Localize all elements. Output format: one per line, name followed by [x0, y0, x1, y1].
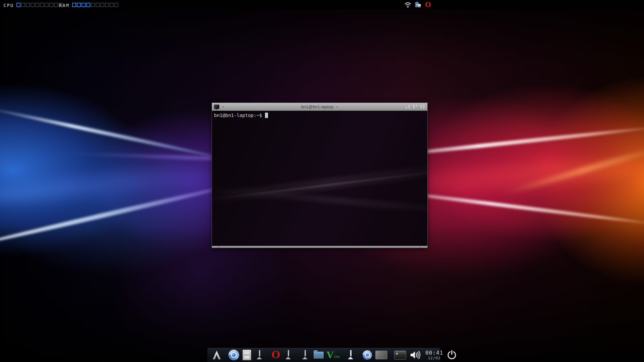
window-close-button[interactable] [420, 105, 425, 109]
system-tray: O [404, 0, 432, 9]
terminal-launcher-3[interactable] [300, 349, 310, 361]
meter-block [45, 3, 49, 7]
display-task[interactable] [375, 349, 387, 361]
ram-label: RAM [59, 3, 69, 8]
chromium-icon [363, 350, 372, 360]
terminal-launcher-2[interactable] [283, 349, 293, 361]
meter-block [31, 3, 35, 7]
wifi-icon[interactable] [404, 1, 412, 9]
meter-block [16, 3, 20, 7]
meter-block [100, 3, 104, 7]
app-menu-button[interactable] [212, 349, 222, 361]
opera-tray-icon[interactable]: O [424, 1, 432, 9]
monitor-active-icon [346, 351, 356, 359]
display-icon [375, 351, 387, 359]
vim-icon: Vim [327, 351, 340, 359]
window-controls [406, 105, 425, 109]
power-icon [447, 350, 457, 360]
terminal-content[interactable]: bn1@bn1-laptop:~$ [212, 111, 427, 246]
monitor-icon [255, 351, 265, 359]
meter-block [96, 3, 100, 7]
opera-icon: O [271, 350, 280, 360]
cpu-meter: CPU [3, 2, 63, 8]
cpu-label: CPU [3, 3, 14, 8]
ram-blocks [72, 2, 119, 8]
folder-launcher[interactable] [314, 349, 324, 361]
meter-block [26, 3, 30, 7]
window-titlebar[interactable]: bn1@bn1-laptop: ~ [212, 103, 427, 111]
window-iconify-button[interactable] [406, 105, 410, 109]
meter-block [86, 3, 90, 7]
meter-block [35, 3, 39, 7]
monitor-icon [283, 351, 293, 359]
meter-block [49, 3, 53, 7]
meter-block [40, 3, 44, 7]
clock-time: 00:41 [425, 350, 443, 356]
terminal-prompt-icon: > [394, 351, 406, 360]
dock-panel: O Vim > [207, 348, 440, 362]
window-resize-handle[interactable] [212, 246, 427, 248]
meter-block [21, 3, 25, 7]
opera-launcher[interactable]: O [271, 349, 280, 361]
volume-button[interactable] [410, 349, 422, 361]
chromium-launcher[interactable] [228, 349, 239, 361]
clock-date: 12/02 [428, 356, 441, 360]
meter-block [110, 3, 114, 7]
terminal-drawer-button[interactable]: > [394, 349, 406, 361]
file-manager-launcher[interactable] [243, 349, 251, 361]
vim-launcher[interactable]: Vim [327, 349, 339, 361]
battery-charging-icon[interactable] [414, 1, 422, 9]
terminal-task-active[interactable] [346, 349, 356, 361]
terminal-launcher[interactable] [255, 349, 265, 361]
meter-block [114, 3, 118, 7]
power-button[interactable] [447, 349, 457, 361]
monitor-icon [300, 351, 310, 359]
window-title: bn1@bn1-laptop: ~ [212, 104, 427, 109]
shell-prompt-line: bn1@bn1-laptop:~$ [214, 113, 268, 118]
top-panel: CPU RAM O [0, 0, 644, 9]
speaker-icon [410, 350, 422, 360]
meter-block [105, 3, 109, 7]
a-logo-icon [212, 350, 222, 360]
terminal-window: bn1@bn1-laptop: ~ bn1@bn1-laptop:~$ [212, 103, 428, 248]
cpu-blocks [16, 2, 63, 8]
terminal-cursor [265, 113, 268, 118]
clock: 00:41 12/02 [425, 350, 443, 360]
meter-block [82, 3, 86, 7]
file-cabinet-icon [243, 350, 251, 360]
meter-block [77, 3, 81, 7]
meter-block [91, 3, 95, 7]
window-maximize-button[interactable] [413, 105, 417, 109]
meter-block [54, 3, 58, 7]
ram-meter: RAM [59, 2, 119, 8]
shell-prompt: bn1@bn1-laptop:~$ [214, 113, 262, 118]
folder-icon [314, 352, 324, 359]
chromium-task[interactable] [363, 349, 372, 361]
meter-block [72, 3, 76, 7]
chromium-icon [228, 350, 239, 360]
